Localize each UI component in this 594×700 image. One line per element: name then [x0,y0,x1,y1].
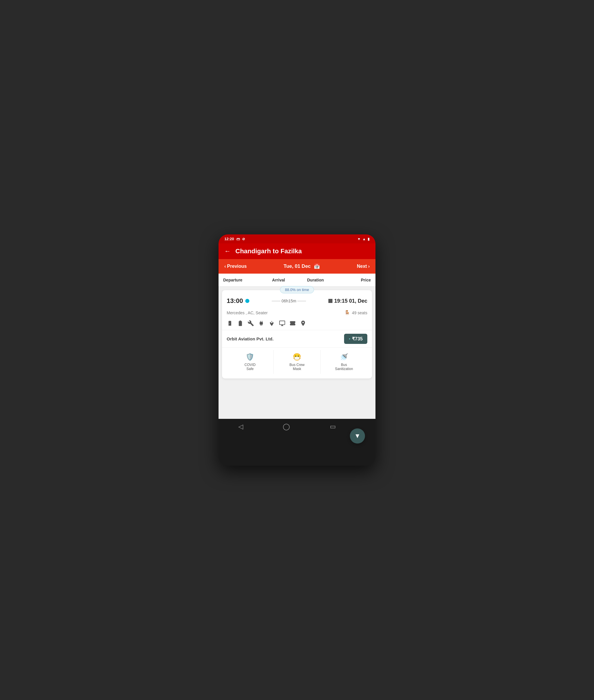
battery-icon: ▮ [368,237,370,241]
seat-icon: 🪑 [344,310,350,315]
date-navigation: ‹ Previous Tue, 01 Dec 📅 Next › [219,259,375,274]
arrival-header: Arrival [260,278,297,282]
sanitize-icon: 🚿 [340,353,349,361]
bus-crew-mask-badge: 😷 Bus CrewMask [274,350,321,374]
filter-fab-button[interactable]: ▼ [350,428,365,444]
sim-icon: 🗃 [236,237,240,241]
tracking-icon [268,320,275,326]
duration-line-right [297,301,306,301]
bus-card[interactable]: 88.0% on time 13:00 06h15m 19:15 01, Dec [222,290,372,379]
bus-sanitization-label: BusSanitization [335,363,353,371]
battery-amenity-icon [237,320,243,326]
bus-sanitization-badge: 🚿 BusSanitization [321,350,367,374]
chevron-left-icon: ‹ [224,264,226,269]
departure-header: Departure [223,278,260,282]
covid-badges: 🛡️ COVIDSafe 😷 Bus CrewMask 🚿 BusSanitiz… [222,347,372,379]
operator-name: Orbit Aviation Pvt. Ltd. [227,336,273,341]
price-tag[interactable]: ₹735 [344,334,367,344]
app-header: ← Chandigarh to Fazilka [219,243,375,259]
departure-time: 13:00 [227,297,249,305]
covid-shield-icon: 🛡️ [245,353,254,361]
time-display: 12:20 [224,237,234,241]
signal-icon: ▲ [362,237,366,241]
ticket-icon [290,320,296,326]
time-row: 13:00 06h15m 19:15 01, Dec [227,297,367,305]
arrival-square [328,299,332,303]
status-bar-right: ▼ ▲ ▮ [357,237,370,241]
covid-safe-label: COVIDSafe [244,363,256,371]
on-time-badge: 88.0% on time [280,286,314,293]
calendar-icon[interactable]: 📅 [314,263,320,270]
back-button[interactable]: ← [224,247,231,255]
bottom-nav-bar: ◁ ◯ ▭ [219,419,356,434]
bus-crew-mask-label: Bus CrewMask [290,363,304,371]
next-button[interactable]: Next › [357,264,370,269]
main-content: Departure Arrival Duration Price 88.0% o… [219,274,375,419]
duration-line-left [272,301,280,301]
covid-safe-badge: 🛡️ COVIDSafe [227,350,274,374]
monitor-icon [279,320,285,326]
back-nav-button[interactable]: ◁ [238,423,243,430]
home-nav-button[interactable]: ◯ [283,423,290,430]
arrival-time: 19:15 01, Dec [328,298,367,304]
power-icon [258,320,264,326]
device-frame: 12:20 🗃 ⊘ ▼ ▲ ▮ ← Chandigarh to Fazilka … [219,234,375,466]
duration-display: 06h15m [249,299,328,303]
do-not-disturb-icon: ⊘ [242,237,245,241]
recent-nav-button[interactable]: ▭ [330,423,336,430]
departure-dot [245,299,249,303]
price-header: Price [334,278,371,282]
door-icon [227,320,233,326]
wrench-icon [248,320,254,326]
card-footer: Orbit Aviation Pvt. Ltd. ₹735 [222,330,372,347]
status-bar: 12:20 🗃 ⊘ ▼ ▲ ▮ [219,234,375,243]
column-headers: Departure Arrival Duration Price [219,274,375,287]
filter-icon: ▼ [354,432,361,440]
duration-header: Duration [297,278,334,282]
bus-type-row: Mercedes , AC, Seater 🪑 49 seats [222,310,372,318]
bus-type: Mercedes , AC, Seater [227,311,268,315]
wifi-icon: ▼ [357,237,361,241]
location-icon [300,320,306,326]
seats-info: 🪑 49 seats [344,310,367,315]
status-bar-left: 12:20 🗃 ⊘ [224,237,245,241]
chevron-right-icon: › [368,264,370,269]
current-date-display: Tue, 01 Dec 📅 [284,263,320,270]
amenities-row [222,318,372,330]
mask-icon: 😷 [293,353,301,361]
page-title: Chandigarh to Fazilka [235,247,302,255]
previous-button[interactable]: ‹ Previous [224,264,247,269]
